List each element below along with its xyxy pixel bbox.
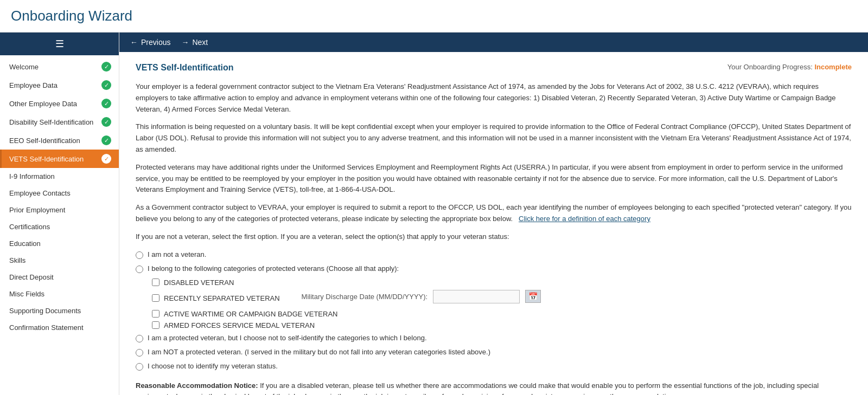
toolbar: ← Previous → Next <box>119 33 868 52</box>
hamburger-icon: ☰ <box>55 38 64 50</box>
option-protected-no-identify-label: I am a protected veteran, but I choose n… <box>148 334 427 342</box>
sidebar-item-skills[interactable]: Skills <box>0 252 119 269</box>
page-title: VETS Self-Identification <box>136 63 233 73</box>
sidebar-item-welcome[interactable]: Welcome <box>0 57 119 76</box>
check-icon <box>101 135 111 145</box>
check-icon <box>101 117 111 127</box>
option-protected-veteran-label: I belong to the following categories of … <box>148 264 399 273</box>
sidebar-item-employee-contacts[interactable]: Employee Contacts <box>0 185 119 202</box>
sidebar-menu-button[interactable]: ☰ <box>0 33 119 55</box>
next-button[interactable]: → Next <box>181 38 208 47</box>
nav-item-label: Employee Contacts <box>9 189 71 197</box>
nav-item-label: I-9 Information <box>9 172 55 180</box>
radio-protected-veteran[interactable] <box>136 266 143 273</box>
sidebar-item-eeo-self-identification[interactable]: EEO Self-Identification <box>0 131 119 150</box>
sidebar-item-direct-deposit[interactable]: Direct Deposit <box>0 269 119 286</box>
checkbox-armed-forces[interactable] <box>152 321 159 329</box>
nav-item-label: Employee Data <box>9 81 58 89</box>
checkbox-disabled-veteran[interactable] <box>152 279 159 286</box>
nav-item-label: Confirmation Statement <box>9 323 84 332</box>
sidebar-item-vets-self-identification[interactable]: VETS Self-Identification <box>0 150 119 168</box>
progress-status-link[interactable]: Incomplete <box>814 63 852 71</box>
discharge-date-label: Military Discharge Date (MM/DD/YYYY): <box>302 293 428 301</box>
reasonable-accommodation-notice: Reasonable Accommodation Notice: If you … <box>136 380 852 395</box>
reasonable-accommodation-title: Reasonable Accommodation Notice: <box>136 381 258 390</box>
sidebar-item-other-employee-data[interactable]: Other Employee Data <box>0 94 119 113</box>
para3: Protected veterans may have additional r… <box>136 162 852 196</box>
sidebar-item-confirmation-statement[interactable]: Confirmation Statement <box>0 319 119 336</box>
discharge-date-input[interactable] <box>433 290 520 303</box>
app-header: Onboarding Wizard <box>0 0 868 33</box>
checkbox-recently-separated[interactable] <box>152 294 159 302</box>
check-icon <box>101 62 111 72</box>
content-area: ← Previous → Next VETS Self-Identificati… <box>119 33 868 395</box>
checkbox-active-wartime-row: ACTIVE WARTIME OR CAMPAIGN BADGE VETERAN <box>152 310 852 318</box>
nav-item-label: Prior Employment <box>9 206 65 214</box>
previous-button[interactable]: ← Previous <box>130 38 170 47</box>
check-icon <box>101 154 111 164</box>
para4: As a Government contractor subject to VE… <box>136 202 852 225</box>
sidebar: ☰ WelcomeEmployee DataOther Employee Dat… <box>0 33 119 395</box>
sidebar-item-misc-fields[interactable]: Misc Fields <box>0 286 119 302</box>
previous-label: Previous <box>141 38 170 47</box>
para4-text: As a Government contractor subject to VE… <box>136 203 852 223</box>
radio-not-protected-veteran[interactable] <box>136 349 143 357</box>
checkbox-armed-forces-row: ARMED FORCES SERVICE MEDAL VETERAN <box>152 321 852 329</box>
checkbox-recently-separated-row: RECENTLY SEPARATED VETERAN <box>152 294 280 302</box>
option-protected-veteran: I belong to the following categories of … <box>136 264 852 273</box>
sidebar-item-education[interactable]: Education <box>0 235 119 252</box>
nav-item-label: VETS Self-Identification <box>9 155 84 163</box>
sidebar-item-prior-employment[interactable]: Prior Employment <box>0 202 119 218</box>
check-icon <box>101 80 111 90</box>
disabled-veteran-label: DISABLED VETERAN <box>164 279 234 287</box>
sidebar-item-disability-self-identification[interactable]: Disability Self-Identification <box>0 113 119 131</box>
sidebar-item-certifications[interactable]: Certifications <box>0 218 119 235</box>
progress-label: Your Onboarding Progress: <box>727 63 813 71</box>
next-label: Next <box>192 38 208 47</box>
option-not-veteran: I am not a veteran. <box>136 250 852 259</box>
option-not-veteran-label: I am not a veteran. <box>148 250 206 258</box>
sidebar-item-employee-data[interactable]: Employee Data <box>0 76 119 94</box>
veteran-categories: DISABLED VETERAN RECENTLY SEPARATED VETE… <box>152 279 852 329</box>
discharge-date-row: Military Discharge Date (MM/DD/YYYY): 📅 <box>302 290 541 303</box>
nav-item-label: Certifications <box>9 223 50 231</box>
option-choose-not-identify-label: I choose not to identify my veteran stat… <box>148 362 278 370</box>
sidebar-nav: WelcomeEmployee DataOther Employee DataD… <box>0 55 119 395</box>
para2: This information is being requested on a… <box>136 121 852 155</box>
calendar-button[interactable]: 📅 <box>525 290 541 303</box>
option-choose-not-identify: I choose not to identify my veteran stat… <box>136 362 852 371</box>
nav-item-label: Welcome <box>9 63 39 71</box>
main-layout: ☰ WelcomeEmployee DataOther Employee Dat… <box>0 33 868 395</box>
nav-item-label: Other Employee Data <box>9 100 77 108</box>
option-protected-no-self-identify: I am a protected veteran, but I choose n… <box>136 334 852 342</box>
content-scroll: VETS Self-Identification Your Onboarding… <box>119 52 868 395</box>
arrow-right-icon: → <box>181 38 189 47</box>
para1: Your employer is a federal government co… <box>136 81 852 115</box>
recently-separated-label: RECENTLY SEPARATED VETERAN <box>164 294 280 302</box>
veteran-options: I am not a veteran. I belong to the foll… <box>136 250 852 371</box>
option-not-protected-veteran: I am NOT a protected veteran. (I served … <box>136 348 852 357</box>
nav-item-label: Misc Fields <box>9 290 44 298</box>
radio-protected-no-identify[interactable] <box>136 335 143 342</box>
para5: If you are not a veteran, select the fir… <box>136 231 852 243</box>
nav-item-label: Disability Self-Identification <box>9 118 93 126</box>
nav-item-label: Education <box>9 239 41 248</box>
checkbox-disabled-veteran-row: DISABLED VETERAN <box>152 279 852 287</box>
content-header: VETS Self-Identification Your Onboarding… <box>136 63 852 73</box>
check-icon <box>101 99 111 108</box>
radio-choose-not-identify[interactable] <box>136 363 143 371</box>
arrow-left-icon: ← <box>130 38 138 47</box>
app-title: Onboarding Wizard <box>11 8 857 24</box>
nav-item-label: Direct Deposit <box>9 273 54 281</box>
nav-item-label: Skills <box>9 256 25 264</box>
checkbox-active-wartime[interactable] <box>152 310 159 318</box>
sidebar-item-i-9-information[interactable]: I-9 Information <box>0 168 119 185</box>
calendar-icon: 📅 <box>528 292 538 301</box>
nav-item-label: Supporting Documents <box>9 307 81 315</box>
radio-not-veteran[interactable] <box>136 251 143 259</box>
armed-forces-label: ARMED FORCES SERVICE MEDAL VETERAN <box>164 321 315 329</box>
sidebar-item-supporting-documents[interactable]: Supporting Documents <box>0 302 119 319</box>
option-not-protected-label: I am NOT a protected veteran. (I served … <box>148 348 490 356</box>
definition-link[interactable]: Click here for a definition of each cate… <box>519 215 650 223</box>
progress-text: Your Onboarding Progress: Incomplete <box>727 63 852 71</box>
